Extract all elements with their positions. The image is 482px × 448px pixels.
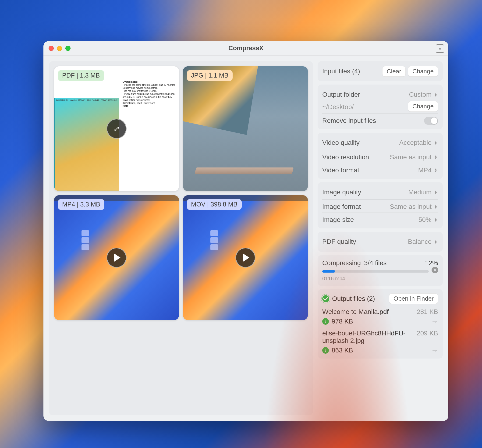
pdf-quality-label: PDF quality <box>322 238 356 246</box>
remove-input-files-label: Remove input files <box>322 117 376 125</box>
progress-count: 3/4 files <box>364 259 387 267</box>
thumbnail-grid: QUEZON CITY · MANILA · MAKATI · BGC · TA… <box>54 66 308 320</box>
output-file-item: elise-bouet-URGhc8HHdFU-unsplash 2.jpg 2… <box>322 330 438 354</box>
video-quality-label: Video quality <box>322 139 360 146</box>
chevron-updown-icon: ▲▼ <box>434 154 438 160</box>
pdf-settings-panel: PDF quality Balance▲▼ <box>318 232 443 252</box>
output-file-original-size: 209 KB <box>417 330 438 337</box>
progress-percent: 12% <box>425 259 438 267</box>
video-settings-panel: Video quality Acceptable▲▼ Video resolut… <box>318 133 443 179</box>
thumb-badge: PDF | 1.3 MB <box>58 70 104 81</box>
open-in-finder-button[interactable]: Open in Finder <box>389 293 438 304</box>
success-badge-icon <box>322 295 329 302</box>
settings-pane: Input files (4) Clear Change Output fold… <box>318 61 443 415</box>
chevron-updown-icon: ▲▼ <box>434 167 438 173</box>
image-quality-select[interactable]: Medium▲▼ <box>408 189 438 196</box>
change-input-button[interactable]: Change <box>408 66 438 77</box>
chevron-updown-icon: ▲▼ <box>434 189 438 195</box>
output-file-new-size: 978 KB <box>332 318 353 325</box>
output-files-label: Output files (2) <box>332 295 375 303</box>
play-icon[interactable] <box>106 248 126 268</box>
output-file-item: Welcome to Manila.pdf 281 KB ↓ 978 KB → <box>322 308 438 325</box>
expand-icon[interactable]: ⤢ <box>106 119 126 139</box>
titlebar: CompressX <box>43 41 448 56</box>
play-icon[interactable] <box>235 248 255 268</box>
download-icon: ↓ <box>322 347 329 354</box>
video-resolution-select[interactable]: Same as input▲▼ <box>390 153 438 161</box>
thumb-jpg[interactable]: JPG | 1.1 MB <box>183 66 308 191</box>
reveal-file-button[interactable]: → <box>431 317 438 325</box>
cancel-progress-button[interactable]: ✕ <box>432 267 438 273</box>
input-files-label: Input files (4) <box>322 67 360 75</box>
image-size-select[interactable]: 50%▲▼ <box>419 216 438 224</box>
video-quality-select[interactable]: Acceptable▲▼ <box>399 139 438 146</box>
image-format-label: Image format <box>322 203 361 210</box>
thumb-badge: MP4 | 3.3 MB <box>58 199 104 210</box>
chevron-updown-icon: ▲▼ <box>434 217 438 223</box>
change-output-folder-button[interactable]: Change <box>408 101 438 112</box>
pdf-preview-notes: Overall notes:• Places are some time on … <box>123 80 177 108</box>
output-folder-label: Output folder <box>322 91 360 98</box>
progress-bar <box>322 270 429 272</box>
image-format-select[interactable]: Same as input▲▼ <box>390 203 438 210</box>
output-folder-mode: Custom <box>409 91 432 98</box>
thumb-mov[interactable]: MOV | 398.8 MB <box>183 195 308 320</box>
chevron-updown-icon: ▲▼ <box>434 140 438 146</box>
output-file-name: Welcome to Manila.pdf <box>322 308 389 316</box>
output-files-panel: Output files (2) Open in Finder Welcome … <box>318 289 443 359</box>
output-folder-mode-select[interactable]: Custom ▲▼ <box>409 91 438 98</box>
output-file-name: elise-bouet-URGhc8HHdFU-unsplash 2.jpg <box>322 330 414 344</box>
progress-panel: Compressing 3/4 files 12% ✕ 0116.mp4 <box>318 255 443 286</box>
thumb-pdf[interactable]: QUEZON CITY · MANILA · MAKATI · BGC · TA… <box>54 66 179 191</box>
progress-fill <box>322 270 335 272</box>
reveal-file-button[interactable]: → <box>431 346 438 354</box>
chevron-updown-icon: ▲▼ <box>434 239 438 245</box>
download-icon: ↓ <box>322 318 329 325</box>
clear-input-button[interactable]: Clear <box>382 66 406 77</box>
input-files-panel: Input files (4) Clear Change <box>318 61 443 81</box>
image-size-label: Image size <box>322 216 354 224</box>
image-settings-panel: Image quality Medium▲▼ Image format Same… <box>318 182 443 228</box>
window-body: QUEZON CITY · MANILA · MAKATI · BGC · TA… <box>43 56 448 421</box>
window-title: CompressX <box>43 45 448 52</box>
preview-pane: QUEZON CITY · MANILA · MAKATI · BGC · TA… <box>49 61 313 415</box>
output-file-new-size: 863 KB <box>332 347 353 354</box>
output-file-original-size: 281 KB <box>417 308 438 316</box>
chevron-updown-icon: ▲▼ <box>434 92 438 98</box>
progress-status: Compressing <box>322 259 361 267</box>
video-format-select[interactable]: MP4▲▼ <box>418 167 438 174</box>
image-quality-label: Image quality <box>322 189 361 196</box>
remove-input-files-toggle[interactable] <box>424 117 438 125</box>
progress-current-file: 0116.mp4 <box>322 276 438 282</box>
video-format-label: Video format <box>322 167 359 174</box>
app-window: CompressX QUEZON CITY · MANILA · MAKATI … <box>43 41 448 421</box>
video-resolution-label: Video resolution <box>322 153 369 161</box>
thumb-badge: MOV | 398.8 MB <box>187 199 242 210</box>
thumb-badge: JPG | 1.1 MB <box>187 70 233 81</box>
output-folder-path: ~/Desktop/ <box>322 103 354 111</box>
output-folder-panel: Output folder Custom ▲▼ ~/Desktop/ Chang… <box>318 85 443 129</box>
thumb-mp4[interactable]: MP4 | 3.3 MB <box>54 195 179 320</box>
pdf-quality-select[interactable]: Balance▲▼ <box>408 238 438 246</box>
pin-window-button[interactable] <box>436 44 444 53</box>
chevron-updown-icon: ▲▼ <box>434 204 438 210</box>
pdf-preview-map: QUEZON CITY · MANILA · MAKATI · BGC · TA… <box>54 98 119 191</box>
